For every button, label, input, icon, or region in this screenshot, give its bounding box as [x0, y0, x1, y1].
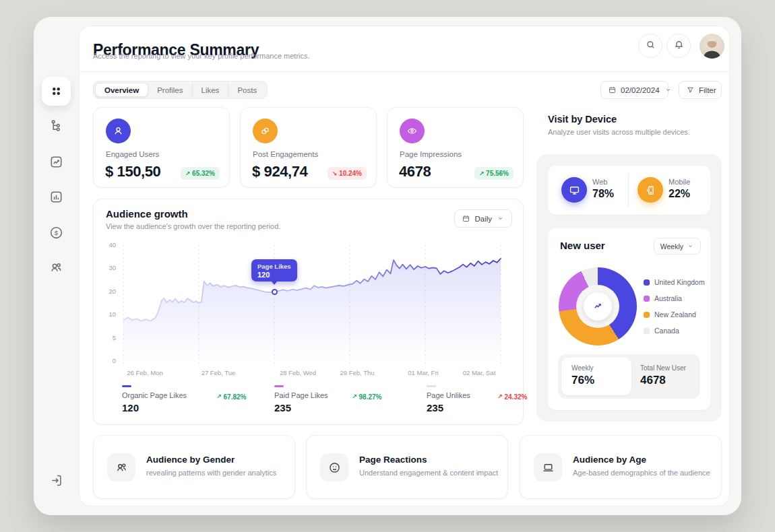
filter-icon: [686, 86, 695, 94]
svg-text:0: 0: [113, 357, 116, 364]
stat-value: $ 150,50: [105, 163, 160, 180]
stat-delta-badge: ↘10.24%: [328, 167, 367, 180]
total-new-user: Total New User 4678: [640, 364, 686, 387]
footer-stat-paid-likes: Paid Page Likes 235 ↗98.27%: [274, 385, 416, 413]
dashboard-grid-icon: [49, 84, 63, 98]
header-divider: [80, 71, 729, 72]
main-content: Performance Summary Access the reporting…: [79, 26, 730, 506]
tab-likes[interactable]: Likes: [192, 83, 228, 97]
app-shell: $ Performance Summary Access the reporti…: [34, 17, 741, 515]
new-user-title: New user: [560, 240, 605, 251]
bar-chart-icon: [49, 189, 64, 205]
legend-swatch: [644, 312, 650, 318]
sidebar-item-reports[interactable]: [49, 189, 64, 205]
chevron-down-icon: [664, 86, 673, 94]
stat-value: 4678: [399, 163, 431, 180]
svg-text:02 Mar, Sat: 02 Mar, Sat: [463, 369, 496, 376]
sidebar-item-media-analytics[interactable]: [49, 154, 64, 170]
date-picker-button[interactable]: 02/02/2024: [600, 81, 669, 99]
svg-text:27 Feb, Tue: 27 Feb, Tue: [202, 369, 236, 376]
stat-card-post-engagements: Post Engagements $ 924,74 ↘10.24%: [240, 107, 377, 188]
stat-label: Page Impressions: [400, 150, 462, 158]
legend-swatch: [644, 328, 650, 334]
tab-profiles[interactable]: Profiles: [148, 83, 191, 97]
stat-delta-badge: ↗65.32%: [181, 167, 220, 180]
logout-icon: [49, 473, 64, 488]
chart-highlight-marker[interactable]: [272, 289, 278, 295]
smiley-icon: [320, 453, 348, 481]
laptop-icon: [534, 453, 562, 481]
legend-swatch: [644, 279, 650, 286]
series-dash-icon: [427, 385, 436, 387]
card-audience-by-age[interactable]: Audience by Age Age-based demographics o…: [520, 435, 722, 499]
notifications-button[interactable]: [666, 34, 691, 58]
card-audience-by-gender[interactable]: Audience by Gender revealing patterns wi…: [93, 435, 295, 499]
weekly-summary-card: Weekly 76%: [561, 358, 631, 395]
legend-item-united-kingdom: United Kingdom: [644, 277, 708, 287]
series-dash-icon: [122, 385, 131, 387]
svg-text:20: 20: [108, 288, 116, 295]
legend-item-new-zealand: New Zealand: [644, 310, 708, 319]
user-avatar[interactable]: [700, 34, 724, 59]
search-icon: [645, 39, 656, 53]
svg-text:10: 10: [108, 310, 116, 318]
sidebar-item-revenue[interactable]: $: [49, 225, 64, 240]
sidebar-item-hierarchy[interactable]: [49, 119, 64, 134]
sidebar-item-audience[interactable]: [49, 260, 64, 275]
trend-up-icon: [584, 292, 612, 321]
legend-swatch: [644, 296, 650, 302]
svg-text:$: $: [55, 229, 59, 236]
range-label: Daily: [474, 215, 492, 223]
donut-hole: [576, 285, 619, 328]
new-user-summary-strip: Weekly 76% Total New User 4678: [558, 354, 700, 399]
range-dropdown-weekly[interactable]: Weekly: [654, 238, 701, 255]
sidebar: $: [34, 17, 79, 515]
trend-up-arrow-icon: ↗: [479, 170, 485, 177]
tab-posts[interactable]: Posts: [228, 83, 266, 97]
svg-text:29 Feb, Thu: 29 Feb, Thu: [340, 369, 374, 376]
mobile-icon: [638, 177, 663, 203]
stat-card-page-impressions: Page Impressions 4678 ↗75.56%: [387, 107, 524, 188]
device-split-card: Web 78% Mobile 22%: [548, 166, 710, 215]
audience-growth-card: Audience growth View the audience's grow…: [93, 199, 524, 425]
new-user-donut-chart: [559, 267, 637, 345]
svg-text:28 Feb, Wed: 28 Feb, Wed: [280, 369, 316, 376]
chart-title: Audience growth: [106, 208, 188, 220]
footer-delta: ↗24.32%: [497, 393, 527, 401]
range-label: Weekly: [660, 242, 683, 251]
calendar-icon: [462, 214, 470, 223]
user-icon: [106, 119, 131, 143]
chevron-down-icon: [687, 242, 694, 250]
card-page-reactions[interactable]: Page Reactions Understand engagement & c…: [306, 435, 508, 499]
eye-icon: [400, 119, 425, 143]
tooltip-label: Page Likes: [257, 263, 297, 270]
page-subtitle: Access the reporting to view your key pr…: [93, 52, 310, 60]
search-button[interactable]: [638, 34, 662, 58]
range-dropdown-daily[interactable]: Daily: [454, 209, 512, 228]
legend-item-canada: Canada: [644, 326, 708, 335]
series-dash-icon: [274, 385, 284, 387]
trend-up-arrow-icon: ↗: [185, 170, 191, 177]
stat-delta-badge: ↗75.56%: [474, 167, 514, 180]
right-panel: Web 78% Mobile 22% New user Weekly: [536, 154, 722, 422]
tab-overview[interactable]: Overview: [95, 83, 148, 97]
sidebar-item-logout[interactable]: [49, 473, 64, 488]
chevron-down-icon: [496, 214, 505, 223]
image-chart-icon: [49, 154, 64, 170]
filter-button[interactable]: Filter: [679, 81, 722, 99]
new-user-card: New user Weekly United: [548, 228, 710, 410]
trend-down-arrow-icon: ↘: [332, 170, 338, 177]
filter-label: Filter: [699, 86, 716, 94]
users-icon: [49, 260, 64, 275]
svg-text:40: 40: [108, 241, 116, 248]
app-window: $ Performance Summary Access the reporti…: [0, 0, 775, 532]
stat-label: Engaged Users: [106, 150, 159, 158]
chart-tooltip: Page Likes 120: [251, 259, 297, 281]
monitor-icon: [561, 177, 587, 203]
sidebar-item-dashboard[interactable]: [42, 77, 71, 106]
stat-card-engaged-users: Engaged Users $ 150,50 ↗65.32%: [93, 107, 230, 188]
device-value: 78%: [592, 188, 614, 200]
chart-subtitle: View the audience's growth over the repo…: [106, 222, 280, 230]
stat-label: Post Engagements: [253, 150, 318, 158]
svg-text:5: 5: [113, 334, 116, 341]
